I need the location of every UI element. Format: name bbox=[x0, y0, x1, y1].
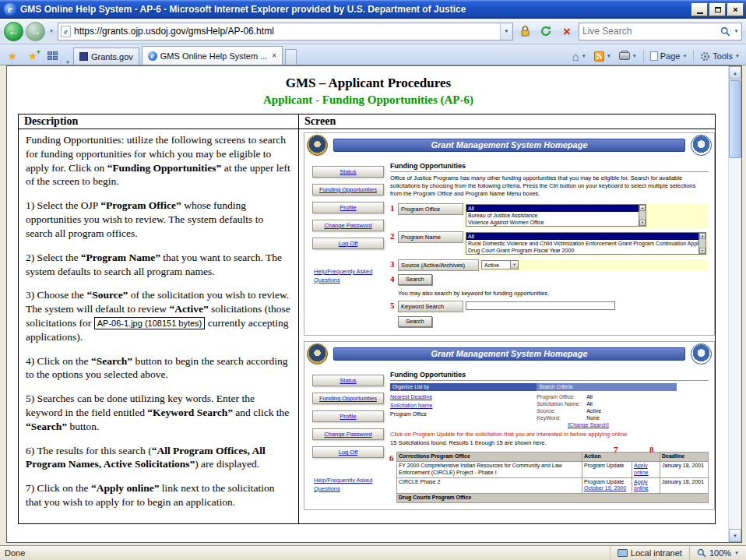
feeds-button[interactable]: ▼ bbox=[591, 48, 614, 65]
history-dropdown-icon[interactable]: ▼ bbox=[48, 29, 55, 33]
stop-button[interactable]: × bbox=[558, 22, 576, 41]
help-faq-link: Help/Frequently Asked Questions bbox=[314, 477, 382, 493]
maximize-button[interactable] bbox=[709, 3, 726, 16]
minimize-button[interactable] bbox=[691, 3, 708, 16]
title-bar: e GMS Online Help System - AP-6 - Micros… bbox=[0, 0, 746, 19]
table-row: Corrections Program Office Action Deadli… bbox=[397, 453, 709, 462]
program-name-listbox: All Rural Domestic Violence and Child Vi… bbox=[466, 232, 706, 255]
search-input[interactable] bbox=[579, 26, 720, 37]
description-paragraph: 7) Click on the “Apply online” link next… bbox=[26, 481, 291, 509]
description-paragraph: 6) The results for this search (“All Pro… bbox=[26, 444, 291, 472]
tab-list-dropdown-icon[interactable]: ▼ bbox=[64, 60, 72, 65]
security-lock-button[interactable] bbox=[516, 22, 534, 41]
new-tab-stub[interactable] bbox=[285, 49, 297, 65]
print-button[interactable]: ▼ bbox=[616, 48, 640, 65]
sidebar-item-log-off: Log Off bbox=[312, 238, 384, 249]
doj-seal-icon bbox=[307, 343, 328, 365]
rss-icon bbox=[594, 51, 604, 62]
sidebar-item-status: Status bbox=[312, 166, 384, 178]
sidebar-item-funding-opportunities: Funding Opportunities bbox=[312, 393, 384, 404]
listbox-option: Bureau of Justice Assistance bbox=[466, 212, 639, 219]
page-title: GMS – Applicant Procedures bbox=[18, 76, 719, 91]
favorites-center-button[interactable]: ★ bbox=[3, 48, 22, 65]
grants-gov-favicon bbox=[79, 52, 88, 61]
help-faq-link: Help/Frequently Asked Questions bbox=[314, 268, 382, 284]
ojp-seal-icon bbox=[691, 343, 712, 365]
zoom-level: 100% bbox=[709, 548, 731, 558]
program-office-listbox: All Bureau of Justice Assistance Violenc… bbox=[466, 204, 646, 227]
marker-1: 1 bbox=[390, 203, 398, 213]
home-button[interactable]: ⌂ ▼ bbox=[569, 48, 589, 65]
tools-menu-label: Tools bbox=[713, 51, 733, 61]
listbox-scrollbar: ▲ ▼ bbox=[698, 233, 706, 254]
status-bar: Done Local intranet 100% ▼ bbox=[0, 545, 746, 560]
listbox-option: Drug Court Grant Program Fiscal Year 200… bbox=[466, 247, 698, 254]
tools-menu-button[interactable]: Tools ▼ bbox=[697, 48, 743, 65]
page-menu-button[interactable]: Page ▼ bbox=[647, 48, 691, 65]
scrollbar-track[interactable] bbox=[729, 79, 741, 529]
tools-dropdown-icon[interactable]: ▼ bbox=[735, 54, 740, 58]
program-update-cell: Program UpdateOctober 19, 2000 bbox=[582, 477, 632, 494]
security-zone-section[interactable]: Local intranet bbox=[610, 546, 689, 560]
zoom-dropdown-icon[interactable]: ▼ bbox=[734, 551, 739, 555]
description-paragraph: 4) Click on the “Search” button to begin… bbox=[26, 354, 291, 382]
deadline-cell: January 18, 2001 bbox=[660, 477, 709, 494]
refresh-button[interactable] bbox=[537, 22, 555, 41]
quick-tabs-grid-icon bbox=[48, 51, 58, 61]
printer-icon bbox=[619, 52, 630, 60]
change-search-link: [Change Search] bbox=[568, 422, 609, 428]
vertical-scrollbar[interactable]: ▲ ▼ bbox=[728, 66, 741, 542]
solicitations-table: Corrections Program Office Action Deadli… bbox=[396, 452, 709, 503]
page-dropdown-icon[interactable]: ▼ bbox=[682, 54, 687, 58]
program-update-notice: Click on Program Update for the solicita… bbox=[390, 431, 709, 438]
search-magnifier-icon[interactable] bbox=[720, 26, 730, 37]
live-search-box[interactable]: ▼ bbox=[579, 23, 742, 41]
marker-5: 5 bbox=[390, 301, 398, 310]
sidebar-item-profile: Profile bbox=[312, 202, 384, 213]
solicitation-name-link: Solicitation Name bbox=[390, 403, 537, 408]
tab-grants-gov[interactable]: Grants.gov bbox=[73, 48, 139, 65]
tab-bar: ★ ★ + ▼ Grants.gov e GMS Online Help Sys… bbox=[0, 44, 746, 65]
search-options-dropdown[interactable]: ▼ bbox=[730, 29, 741, 33]
address-dropdown-button[interactable]: ▼ bbox=[500, 23, 512, 40]
address-bar[interactable]: e https://grants.ojp.usdoj.gov/gmsHelp/A… bbox=[58, 23, 513, 41]
forward-button[interactable]: → bbox=[26, 22, 45, 41]
funding-opportunities-heading: Funding Opportunities bbox=[390, 371, 709, 381]
close-button[interactable]: × bbox=[727, 3, 744, 16]
results-count-line: 15 Solicitations found. Results 1 throug… bbox=[390, 439, 709, 446]
sidebar-item-change-password: Change Password bbox=[312, 220, 384, 231]
group-header-drug-courts: Drug Courts Program Office bbox=[397, 494, 709, 503]
scrollbar-thumb[interactable] bbox=[729, 80, 741, 158]
home-dropdown-icon[interactable]: ▼ bbox=[582, 54, 586, 58]
zoom-control[interactable]: 100% ▼ bbox=[689, 546, 746, 560]
add-favorite-button[interactable]: ★ + bbox=[23, 48, 42, 65]
help-table: Description Screen Funding Opportunities… bbox=[18, 114, 716, 524]
scroll-up-icon: ▲ bbox=[639, 205, 646, 211]
browser-window: e GMS Online Help System - AP-6 - Micros… bbox=[0, 0, 746, 560]
tab-close-icon[interactable]: × bbox=[270, 51, 276, 60]
back-button[interactable]: ← bbox=[4, 22, 23, 41]
funding-opportunities-heading: Funding Opportunities bbox=[390, 162, 709, 172]
listbox-option: Violence Against Women Office bbox=[466, 219, 639, 226]
print-dropdown-icon[interactable]: ▼ bbox=[632, 54, 637, 58]
scroll-up-button[interactable]: ▲ bbox=[729, 66, 741, 79]
listbox-option: Rural Domestic Violence and Child Victim… bbox=[466, 240, 698, 247]
feeds-dropdown-icon[interactable]: ▼ bbox=[607, 54, 611, 58]
url-text[interactable]: https://grants.ojp.usdoj.gov/gmsHelp/AP-… bbox=[74, 26, 497, 37]
favorites-star-icon: ★ bbox=[8, 51, 18, 62]
gms-main: Funding Opportunities Office of Justice … bbox=[389, 160, 710, 329]
marker-8: 8 bbox=[649, 445, 657, 454]
gms-header: Grant Management System Homepage bbox=[304, 133, 714, 157]
ie-favicon: e bbox=[148, 51, 157, 61]
solicitation-name: CIRCLE Phase 2 bbox=[397, 477, 582, 494]
content-area: GMS – Applicant Procedures Applicant - F… bbox=[0, 65, 746, 545]
marker-2: 2 bbox=[390, 231, 398, 241]
marker-7: 7 bbox=[614, 445, 621, 454]
listbox-option: All bbox=[466, 205, 639, 212]
scroll-down-button[interactable]: ▼ bbox=[729, 529, 741, 542]
home-icon: ⌂ bbox=[572, 51, 579, 62]
page-icon bbox=[650, 51, 658, 61]
tab-gms-help[interactable]: e GMS Online Help System ... × bbox=[142, 46, 283, 65]
quick-tabs-button[interactable] bbox=[44, 48, 62, 65]
table-row: Drug Courts Program Office bbox=[397, 494, 709, 503]
